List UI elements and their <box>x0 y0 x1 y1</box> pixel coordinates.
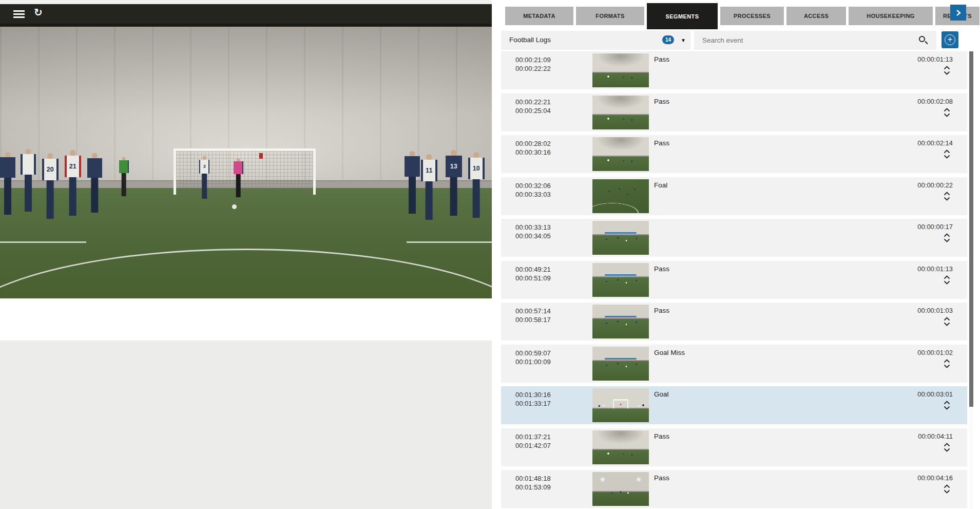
segment-row[interactable]: 00:00:21:0900:00:22:22Pass00:00:01:13 <box>501 51 967 89</box>
duration-stepper[interactable] <box>944 66 951 75</box>
chevron-down-icon[interactable] <box>944 322 951 326</box>
segment-row[interactable]: 00:00:28:0200:00:30:16Pass00:00:02:14 <box>501 135 967 173</box>
segment-row[interactable]: 00:00:57:1400:00:58:17Pass00:00:01:03 <box>501 303 967 341</box>
duration-stepper[interactable] <box>944 275 951 285</box>
segment-event-label: Foal <box>654 181 667 189</box>
segment-event-label: Pass <box>654 265 669 273</box>
segment-row[interactable]: 00:00:49:2100:00:51:09Pass00:00:01:13 <box>501 261 967 299</box>
chevron-down-icon[interactable] <box>944 448 951 452</box>
duration-stepper[interactable] <box>944 192 951 201</box>
player <box>21 149 36 216</box>
chevron-down-icon[interactable] <box>944 280 951 285</box>
segment-duration: 00:00:01:03 <box>917 307 953 314</box>
duration-stepper[interactable] <box>944 359 951 368</box>
top-strip <box>0 0 492 4</box>
segment-in-timecode: 00:01:48:18 <box>515 475 551 482</box>
segment-out-timecode: 00:00:33:03 <box>515 191 551 198</box>
chevron-down-icon[interactable] <box>944 489 951 494</box>
tab-housekeeping[interactable]: HOUSEKEEPING <box>849 7 933 25</box>
chevron-down-icon[interactable] <box>944 155 951 159</box>
scrollbar-thumb[interactable] <box>969 51 973 407</box>
segment-thumbnail <box>592 388 649 422</box>
tab-bar: METADATAFORMATSSEGMENTSPROCESSESACCESSHO… <box>505 3 979 29</box>
duration-stepper[interactable] <box>944 443 951 452</box>
segment-out-timecode: 00:01:53:09 <box>515 483 551 491</box>
duration-stepper[interactable] <box>944 233 951 242</box>
player-bar: 00:01:30:16 [ ] [◀▶][00:02:24:24]+|◀▶▶|0… <box>0 298 492 341</box>
video-frame[interactable]: 20213111310 <box>0 24 492 298</box>
segment-duration: 00:00:00:22 <box>917 181 953 189</box>
chevron-down-icon[interactable] <box>944 113 951 117</box>
segment-thumbnail <box>592 472 649 506</box>
chevron-down-icon[interactable] <box>944 71 951 75</box>
chevron-down-icon[interactable] <box>944 364 951 368</box>
duration-stepper[interactable] <box>944 149 951 159</box>
chevron-down-icon[interactable] <box>944 197 951 201</box>
segment-in-timecode: 00:00:57:14 <box>515 307 551 315</box>
segment-out-timecode: 00:01:42:07 <box>515 442 551 449</box>
segment-row[interactable]: 00:00:22:2100:00:25:04Pass00:00:02:08 <box>501 93 967 131</box>
segment-thumbnail <box>592 347 649 381</box>
chevron-up-icon[interactable] <box>944 443 951 447</box>
segment-thumbnail <box>592 179 649 213</box>
goal <box>174 148 316 195</box>
segment-duration: 00:00:01:13 <box>917 55 953 63</box>
segment-in-timecode: 00:01:30:16 <box>515 391 551 399</box>
duration-stepper[interactable] <box>944 317 951 326</box>
chevron-down-icon[interactable] <box>944 406 951 410</box>
segment-duration: 00:00:03:01 <box>917 390 953 398</box>
tab-formats[interactable]: FORMATS <box>576 7 644 25</box>
segment-row[interactable]: 00:01:48:1800:01:53:09Pass00:00:04:16 <box>501 470 967 508</box>
tab-segments[interactable]: SEGMENTS <box>647 3 718 29</box>
duration-stepper[interactable] <box>944 401 951 410</box>
segment-event-label: Pass <box>654 307 669 314</box>
chevron-up-icon[interactable] <box>944 108 951 112</box>
chevron-up-icon[interactable] <box>944 484 951 488</box>
player <box>119 157 129 199</box>
segment-row[interactable]: 00:00:59:0700:01:00:09Goal Miss00:00:01:… <box>501 345 967 383</box>
chevron-up-icon[interactable] <box>944 275 951 279</box>
segment-thumbnail <box>592 221 649 255</box>
segment-out-timecode: 00:00:58:17 <box>515 316 551 324</box>
scrollbar-track[interactable] <box>969 51 973 509</box>
tab-scroll-right-button[interactable] <box>950 5 966 21</box>
duration-stepper[interactable] <box>944 108 951 117</box>
segment-duration: 00:00:04:16 <box>917 474 953 482</box>
segment-event-label: Pass <box>654 139 669 147</box>
segment-event-label: Pass <box>654 98 669 105</box>
player-header-bar: ↻ <box>0 4 492 24</box>
plus-circle-icon: + <box>945 34 955 45</box>
log-collection-select[interactable]: Football Logs 14 ▼ <box>501 31 690 50</box>
search-input[interactable] <box>702 31 897 50</box>
chevron-up-icon[interactable] <box>944 192 951 196</box>
player: 10 <box>468 152 485 222</box>
segment-row[interactable]: 00:00:33:1300:00:34:0500:00:00:17 <box>501 219 967 257</box>
player <box>0 152 15 219</box>
refresh-icon[interactable]: ↻ <box>34 6 43 18</box>
segment-in-timecode: 00:00:28:02 <box>515 140 551 147</box>
player: 20 <box>42 153 59 223</box>
chevron-up-icon[interactable] <box>944 317 951 321</box>
chevron-down-icon[interactable] <box>944 238 951 242</box>
chevron-up-icon[interactable] <box>944 149 951 154</box>
add-segment-button[interactable]: + <box>941 31 958 48</box>
segment-row[interactable]: 00:01:30:1600:01:33:17Goal00:00:03:01 <box>501 386 967 424</box>
pitch-line-right <box>407 241 492 243</box>
tab-processes[interactable]: PROCESSES <box>720 7 784 25</box>
segment-out-timecode: 00:01:00:09 <box>515 358 551 366</box>
chevron-up-icon[interactable] <box>944 66 951 70</box>
tab-metadata[interactable]: METADATA <box>505 7 573 25</box>
search-icon[interactable] <box>919 36 925 42</box>
segment-row[interactable]: 00:01:37:2100:01:42:07Pass00:00:04:11 <box>501 428 967 466</box>
duration-stepper[interactable] <box>944 484 951 494</box>
menu-icon[interactable] <box>13 10 25 18</box>
chevron-up-icon[interactable] <box>944 401 951 405</box>
chevron-up-icon[interactable] <box>944 359 951 363</box>
segment-in-timecode: 00:00:22:21 <box>515 98 551 106</box>
segment-row[interactable]: 00:00:32:0600:00:33:03Foal00:00:00:22 <box>501 177 967 215</box>
tab-access[interactable]: ACCESS <box>786 7 846 25</box>
segment-duration: 00:00:00:17 <box>917 223 953 231</box>
chevron-up-icon[interactable] <box>944 233 951 237</box>
segment-count-badge: 14 <box>662 35 674 44</box>
segment-duration: 00:00:02:14 <box>917 139 953 147</box>
